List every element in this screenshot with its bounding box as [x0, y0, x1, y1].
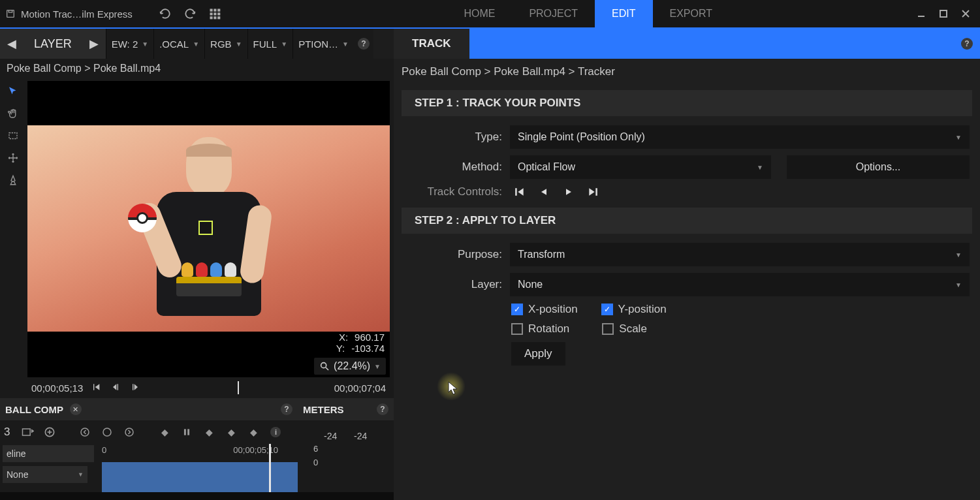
time-current: 00;00;05;13 — [31, 383, 83, 394]
poke-ball-graphic — [128, 204, 157, 232]
tab-export[interactable]: EXPORT — [653, 0, 730, 28]
pointer-tool-icon[interactable] — [4, 82, 22, 101]
key-icon[interactable] — [100, 425, 114, 439]
maximize-icon[interactable] — [934, 5, 953, 23]
save-icon — [5, 8, 16, 19]
timeline-playhead[interactable] — [269, 444, 271, 492]
help-button-track[interactable]: ? — [954, 29, 980, 59]
step-back-icon[interactable] — [110, 382, 121, 394]
comp-timeline[interactable]: None 0 00;00;05;10 — [0, 444, 298, 492]
minimize-icon[interactable] — [912, 5, 930, 23]
svg-point-24 — [125, 428, 133, 436]
tab-home[interactable]: HOME — [447, 0, 512, 28]
dropdown-rgb[interactable]: RGB — [204, 29, 247, 59]
layer-prev-icon[interactable]: ◀ — [0, 29, 24, 59]
layer-next-icon[interactable]: ▶ — [82, 29, 106, 59]
meters-display: -24 -24 60 — [298, 420, 394, 492]
timeline-clip[interactable] — [102, 462, 298, 492]
diamond-1-icon[interactable]: ◆ — [157, 425, 172, 439]
add-icon[interactable] — [42, 425, 57, 439]
dropdown-local[interactable]: .OCAL — [153, 29, 204, 59]
svg-rect-25 — [184, 429, 186, 435]
blend-mode-dropdown[interactable]: None — [3, 466, 87, 483]
help-button-comp[interactable]: ? — [281, 403, 292, 415]
help-button-layer[interactable]: ? — [354, 29, 373, 59]
svg-line-17 — [326, 367, 328, 370]
ruler-tick-mid: 00;00;05;10 — [233, 445, 278, 455]
step-fwd-icon[interactable] — [130, 382, 140, 394]
panel-label-layer: LAYER — [24, 29, 82, 59]
hand-tool-icon[interactable] — [4, 104, 22, 123]
grid-icon[interactable] — [208, 7, 221, 20]
method-label: Method: — [404, 161, 502, 174]
svg-rect-26 — [188, 429, 190, 435]
time-end: 00;00;07;04 — [334, 383, 386, 394]
next-key-icon[interactable] — [122, 425, 136, 439]
viewer-canvas[interactable]: X:960.17 Y:-103.74 (22.4%) — [27, 81, 390, 377]
track-forward-icon[interactable] — [562, 185, 575, 198]
zoom-dropdown[interactable]: (22.4%) — [314, 358, 386, 375]
apply-button[interactable]: Apply — [511, 342, 565, 366]
step2-header: STEP 2 : APPLY TO LAYER — [402, 208, 972, 234]
track-forward-fast-icon[interactable] — [587, 185, 600, 198]
layer-label: Layer: — [404, 278, 502, 291]
comp-panel-title: BALL COMP — [5, 404, 63, 415]
close-icon[interactable] — [956, 5, 975, 23]
svg-rect-3 — [213, 9, 216, 12]
check-rotation[interactable]: Rotation — [511, 322, 569, 336]
check-x-position[interactable]: X-position — [511, 303, 578, 316]
dropdown-ew[interactable]: EW: 2 — [106, 29, 153, 59]
viewer-breadcrumb: Poke Ball Comp > Poke Ball.mp4 — [0, 59, 394, 78]
prev-key-icon[interactable] — [78, 425, 92, 439]
move-tool-icon[interactable] — [4, 149, 22, 167]
redo-icon[interactable] — [183, 7, 197, 20]
rect-select-tool-icon[interactable] — [4, 127, 22, 145]
diamond-2-icon[interactable]: ◆ — [202, 425, 216, 439]
undo-icon[interactable] — [159, 7, 172, 20]
track-controls-label: Track Controls: — [404, 185, 502, 198]
comp-page-number: 3 — [4, 426, 12, 439]
step1-header: STEP 1 : TRACK YOUR POINTS — [402, 90, 972, 116]
close-tab-icon[interactable]: ✕ — [70, 403, 82, 415]
dropdown-options[interactable]: PTION… — [292, 29, 354, 59]
pen-tool-icon[interactable] — [4, 171, 22, 189]
svg-rect-6 — [213, 12, 216, 15]
tracker-marker[interactable] — [198, 221, 213, 235]
go-start-icon[interactable] — [91, 382, 101, 394]
svg-rect-12 — [940, 10, 947, 17]
dropdown-full[interactable]: FULL — [247, 29, 293, 59]
check-y-position[interactable]: Y-position — [601, 303, 667, 316]
svg-point-22 — [81, 428, 89, 436]
scrub-bar[interactable] — [148, 381, 326, 394]
svg-point-16 — [321, 363, 326, 368]
check-scale[interactable]: Scale — [602, 322, 647, 336]
track-breadcrumb: Poke Ball Comp > Poke Ball.mp4 > Tracker — [394, 59, 980, 87]
tab-edit[interactable]: EDIT — [595, 0, 652, 28]
tab-project[interactable]: PROJECT — [512, 0, 595, 28]
type-dropdown[interactable]: Single Point (Position Only) — [510, 125, 970, 149]
purpose-dropdown[interactable]: Transform — [510, 243, 970, 266]
track-panel-tab[interactable]: TRACK — [394, 29, 469, 59]
diamond-3-icon[interactable]: ◆ — [224, 425, 238, 439]
help-button-meters[interactable]: ? — [377, 403, 388, 415]
info-icon[interactable]: i — [268, 425, 283, 439]
svg-rect-0 — [7, 10, 14, 18]
method-dropdown[interactable]: Optical Flow — [510, 155, 771, 179]
timeline-search-input[interactable] — [3, 445, 94, 462]
track-back-fast-icon[interactable] — [513, 185, 526, 198]
pause-bars-icon[interactable] — [180, 425, 194, 439]
ruler-tick-0: 0 — [102, 445, 106, 455]
composite-shot-icon[interactable] — [20, 425, 35, 439]
options-button[interactable]: Options... — [787, 155, 970, 179]
svg-rect-5 — [210, 12, 212, 15]
track-back-icon[interactable] — [537, 185, 550, 198]
svg-rect-2 — [210, 9, 212, 12]
diamond-4-icon[interactable]: ◆ — [246, 425, 261, 439]
layer-dropdown[interactable]: None — [510, 273, 970, 296]
search-icon — [319, 361, 330, 371]
svg-rect-7 — [217, 12, 220, 15]
app-title: Motion Trac…ilm Express — [5, 8, 133, 20]
svg-rect-9 — [213, 16, 216, 19]
svg-point-23 — [103, 428, 111, 436]
svg-rect-8 — [210, 16, 212, 19]
